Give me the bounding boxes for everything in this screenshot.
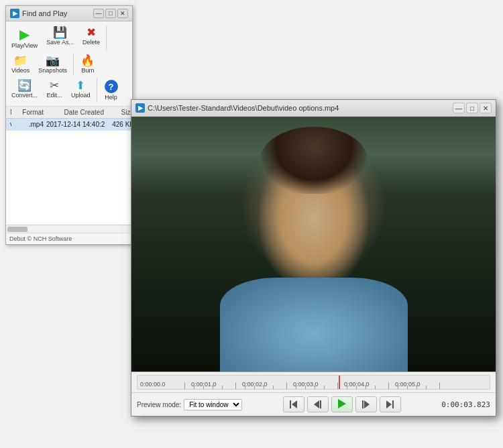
vp-timeline[interactable]: 0:00:00.0 0:00:01.0 0:00:02.0 0:00:03.0 … [131,372,496,392]
vp-controls-bar: Preview mode: Fit to window [131,392,496,416]
minor-tick [254,386,255,389]
vp-titlebar: ▶ C:\Users\Tester-Standard\Videos\Debut\… [131,100,496,117]
minor-tick [398,386,398,389]
fp-maximize-button[interactable]: □ [105,9,116,18]
col-format[interactable]: Format [11,108,45,117]
timeline-ruler[interactable]: 0:00:00.0 0:00:01.0 0:00:02.0 0:00:03.0 … [137,375,490,390]
edit-button[interactable]: ✂ Edit... [42,77,66,103]
videos-label: Videos [11,67,30,74]
vp-app-icon: ▶ [135,103,145,113]
save-as-label: Save As... [46,39,74,46]
videos-icon: 📁 [13,55,27,66]
fp-window-controls: — □ ✕ [93,9,128,18]
play-button[interactable] [331,396,353,412]
fp-close-button[interactable]: ✕ [117,9,128,18]
snapshots-label: Snapshots [38,67,67,74]
fp-toolbar: ▶ Play/View 💾 Save As... ✖ Delete 📁 Vide… [6,21,132,107]
minor-tick [407,386,408,389]
upload-icon: ⬆ [76,80,85,91]
fp-status-bar: Debut © NCH Software [6,233,132,244]
video-player-window: ▶ C:\Users\Tester-Standard\Videos\Debut\… [131,99,496,416]
table-row[interactable]: video options .mp4 2017-12-14 14:40:21 4… [6,119,132,131]
step-back-button[interactable] [307,396,329,412]
fp-app-icon: ▶ [10,9,19,18]
preview-mode-select[interactable]: Fit to window [184,399,242,410]
play-view-button[interactable]: ▶ Play/View [7,24,42,52]
fp-scroll-thumb[interactable] [7,227,27,232]
video-person-hair [260,127,368,194]
time-label-0: 0:00:00.0 [140,381,166,388]
vp-close-button[interactable]: ✕ [480,103,492,113]
minor-tick [416,386,417,389]
snapshots-button[interactable]: 📷 Snapshots [34,52,71,76]
col-date[interactable]: Date Created [45,108,105,117]
skip-to-start-button[interactable] [283,396,304,412]
convert-icon: 🔄 [17,80,32,91]
minor-tick [366,386,366,389]
minor-tick [315,386,315,389]
major-tick-4 [337,382,338,389]
ruler-container: 0:00:00.0 0:00:01.0 0:00:02.0 0:00:03.0 … [137,376,490,389]
minor-tick [375,386,376,389]
upload-label: Upload [71,92,91,99]
burn-button[interactable]: 🔥 Burn [76,52,100,76]
delete-button[interactable]: ✖ Delete [78,24,104,52]
major-tick-2 [235,382,236,389]
fp-minimize-button[interactable]: — [93,9,104,18]
fp-titlebar: ▶ Find and Play — □ ✕ [6,6,132,21]
toolbar-divider-3 [97,78,97,102]
preview-mode-label: Preview mode: [137,401,181,408]
step-back-icon [314,400,321,408]
minor-tick [203,386,204,389]
skip-to-start-icon [290,400,297,408]
help-icon: ? [105,80,118,93]
edit-label: Edit... [47,92,62,99]
major-tick-1 [184,382,185,389]
delete-label: Delete [82,39,100,46]
video-frame [131,117,496,372]
help-label: Help [105,94,117,101]
vp-maximize-button[interactable]: □ [466,103,478,113]
step-forward-button[interactable] [355,396,377,412]
video-display [131,117,496,372]
fp-horizontal-scrollbar[interactable] [6,225,132,233]
vp-timecode: 0:00:03.823 [441,400,490,409]
minor-tick [264,386,264,389]
major-tick-3 [286,382,287,389]
file-format: .mp4 [11,120,45,129]
save-as-icon: 💾 [53,27,67,38]
burn-label: Burn [81,67,94,74]
minor-tick [245,386,245,389]
play-view-label: Play/View [11,42,38,49]
burn-icon: 🔥 [80,55,95,66]
minor-tick [213,386,213,389]
minor-tick [356,386,357,389]
minor-tick [305,386,306,389]
upload-button[interactable]: ⬆ Upload [67,77,95,103]
save-as-button[interactable]: 💾 Save As... [42,24,78,52]
timeline-playhead[interactable] [339,376,340,389]
major-tick-6 [439,382,440,389]
skip-to-end-icon [386,400,394,408]
fp-status-text: Debut © NCH Software [9,235,72,242]
minor-tick [194,386,194,389]
snapshots-icon: 📷 [46,55,60,66]
minor-tick [426,386,427,389]
major-tick-5 [388,382,389,389]
vp-window-title: C:\Users\Tester-Standard\Videos\Debut\vi… [148,104,450,112]
convert-button[interactable]: 🔄 Convert... [7,77,42,103]
edit-icon: ✂ [50,80,59,91]
file-date: 2017-12-14 14:40:21 [45,120,105,129]
minor-tick [273,386,274,389]
play-view-icon: ▶ [19,27,30,42]
minor-tick [324,386,325,389]
videos-button[interactable]: 📁 Videos [7,52,34,76]
help-button[interactable]: ? Help [99,77,123,103]
skip-to-end-button[interactable] [380,396,401,412]
vp-window-controls: — □ ✕ [453,103,492,113]
minor-tick [347,386,347,389]
minor-tick [296,386,296,389]
fp-window-title: Find and Play [22,9,91,17]
video-person [131,117,496,372]
vp-minimize-button[interactable]: — [453,103,465,113]
